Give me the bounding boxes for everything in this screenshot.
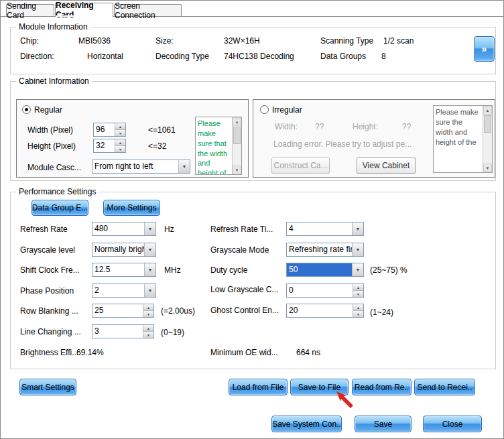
chevron-down-icon[interactable]: ▼ xyxy=(144,263,155,276)
scroll-thumb[interactable] xyxy=(233,127,241,144)
shift-clock-select[interactable]: 12.5 ▼ xyxy=(92,263,156,277)
chip-label: Chip: xyxy=(20,36,39,46)
tab-screen-connection[interactable]: Screen Connection xyxy=(114,4,182,16)
ghost-control-range: (1~24) xyxy=(370,308,393,317)
spin-down-icon[interactable]: ▼ xyxy=(143,310,153,317)
cabinet-information-title: Cabinet Information xyxy=(16,76,92,86)
close-label: Close xyxy=(442,420,463,429)
spin-down-icon[interactable]: ▼ xyxy=(353,290,363,297)
scroll-track[interactable] xyxy=(233,145,241,166)
more-settings-button[interactable]: More Settings xyxy=(103,200,160,216)
low-grayscale-input[interactable]: 0 ▲ ▼ xyxy=(286,284,364,298)
receiving-card-window: Sending Card Receiving Card Screen Conne… xyxy=(0,0,504,439)
height-limit-text: <=32 xyxy=(148,141,166,151)
scroll-track[interactable] xyxy=(483,133,492,164)
spin-up-icon[interactable]: ▲ xyxy=(143,325,153,331)
size-label: Size: xyxy=(155,36,174,46)
spin-up-icon[interactable]: ▲ xyxy=(115,139,125,145)
regular-note-scrollbar[interactable]: ▲ ▼ xyxy=(232,117,241,174)
spin-up-icon[interactable]: ▲ xyxy=(353,284,363,290)
data-groups-label: Data Groups xyxy=(320,52,366,61)
irregular-height-value: ?? xyxy=(402,122,411,131)
send-to-receiving-label: Send to Recei.. xyxy=(417,383,472,392)
regular-radio[interactable] xyxy=(22,105,31,114)
spinner-buttons[interactable]: ▲ ▼ xyxy=(353,284,363,297)
scroll-up-icon[interactable]: ▲ xyxy=(483,106,492,115)
smart-settings-button[interactable]: Smart Settings xyxy=(19,379,76,395)
refresh-times-select[interactable]: 4 ▼ xyxy=(286,222,364,236)
expand-module-details-button[interactable]: » xyxy=(474,36,495,62)
height-pixel-input[interactable]: 32 ▲ ▼ xyxy=(93,139,126,153)
save-system-config-button[interactable]: Save System Con.. xyxy=(271,416,342,432)
scroll-thumb[interactable] xyxy=(484,115,491,133)
chevron-down-icon[interactable]: ▼ xyxy=(352,263,363,276)
height-spinner-buttons[interactable]: ▲ ▼ xyxy=(115,139,125,152)
phase-position-value: 2 xyxy=(92,284,144,297)
refresh-rate-select[interactable]: 480 ▼ xyxy=(92,222,156,236)
tab-sending-card[interactable]: Sending Card xyxy=(6,4,54,16)
spin-down-icon[interactable]: ▼ xyxy=(143,331,153,338)
chevron-down-icon[interactable]: ▼ xyxy=(352,243,363,256)
spin-up-icon[interactable]: ▲ xyxy=(115,123,125,129)
phase-position-label: Phase Position xyxy=(20,286,74,296)
width-pixel-input[interactable]: 96 ▲ ▼ xyxy=(93,123,126,137)
phase-position-select[interactable]: 2 ▼ xyxy=(92,284,156,298)
duty-cycle-select[interactable]: 50 ▼ xyxy=(286,263,364,277)
spin-up-icon[interactable]: ▲ xyxy=(143,304,153,310)
construct-cabinet-button[interactable]: Construct Ca... xyxy=(271,158,330,174)
tab-receiving-card[interactable]: Receiving Card xyxy=(55,3,113,16)
irregular-radio[interactable] xyxy=(260,105,269,114)
chevron-down-icon[interactable]: ▼ xyxy=(178,160,190,173)
refresh-times-label: Refresh Rate Ti... xyxy=(210,225,273,234)
size-value: 32W×16H xyxy=(224,36,260,46)
shift-clock-value: 12.5 xyxy=(92,263,144,276)
chevron-down-icon[interactable]: ▼ xyxy=(144,243,155,256)
line-changing-input[interactable]: 3 ▲ ▼ xyxy=(92,324,154,338)
spinner-buttons[interactable]: ▲ ▼ xyxy=(143,304,153,317)
save-label: Save xyxy=(374,420,392,429)
grayscale-mode-select[interactable]: Refreshing rate firs ▼ xyxy=(286,243,364,257)
spinner-buttons[interactable]: ▲ ▼ xyxy=(143,325,153,338)
duty-cycle-value: 50 xyxy=(287,263,352,276)
grayscale-level-select[interactable]: Normally bright ▼ xyxy=(92,243,156,257)
regular-radio-label: Regular xyxy=(34,105,62,115)
width-limit-text: <=1061 xyxy=(148,125,176,135)
row-blanking-input[interactable]: 25 ▲ ▼ xyxy=(92,304,154,318)
duty-cycle-range: (25~75) % xyxy=(370,265,407,275)
chevron-down-icon[interactable]: ▼ xyxy=(352,223,363,235)
scroll-up-icon[interactable]: ▲ xyxy=(233,117,241,126)
spin-down-icon[interactable]: ▼ xyxy=(115,129,125,136)
line-changing-value: 3 xyxy=(92,325,143,338)
decoding-type-value: 74HC138 Decoding xyxy=(224,52,294,61)
spin-down-icon[interactable]: ▼ xyxy=(115,145,125,152)
regular-note-box: Please make sure that the width and heig… xyxy=(195,117,242,175)
ghost-control-input[interactable]: 20 ▲ ▼ xyxy=(286,304,364,318)
scroll-down-icon[interactable]: ▼ xyxy=(233,166,241,174)
scanning-type-label: Scanning Type xyxy=(320,36,373,46)
data-group-exchange-button[interactable]: Data Group E... xyxy=(32,200,88,216)
width-spinner-buttons[interactable]: ▲ ▼ xyxy=(115,123,125,136)
refresh-rate-unit: Hz xyxy=(164,225,174,234)
module-cascade-label: Module Casc... xyxy=(27,163,81,172)
irregular-width-value: ?? xyxy=(315,122,324,131)
close-button[interactable]: Close xyxy=(423,416,482,432)
scroll-down-icon[interactable]: ▼ xyxy=(483,164,492,172)
send-to-receiving-button[interactable]: Send to Recei.. xyxy=(414,379,475,395)
construct-cabinet-label: Construct Ca... xyxy=(273,161,327,170)
spin-down-icon[interactable]: ▼ xyxy=(353,310,363,317)
row-blanking-note: (=2.00us) xyxy=(161,306,195,316)
grayscale-level-value: Normally bright xyxy=(92,243,144,256)
view-cabinet-button[interactable]: View Cabinet xyxy=(357,158,416,174)
module-cascade-select[interactable]: From right to left ▼ xyxy=(92,160,190,174)
irregular-note-box: Please make sure the width and height of… xyxy=(433,105,493,173)
load-from-file-button[interactable]: Load from File xyxy=(229,379,288,395)
spin-up-icon[interactable]: ▲ xyxy=(353,304,363,310)
irregular-note-text: Please make sure the width and height of… xyxy=(434,106,483,172)
chevron-down-icon[interactable]: ▼ xyxy=(144,223,155,235)
chevron-down-icon[interactable]: ▼ xyxy=(144,284,155,297)
data-groups-value: 8 xyxy=(381,52,386,61)
irregular-note-scrollbar[interactable]: ▲ ▼ xyxy=(483,106,492,172)
read-from-receiving-button[interactable]: Read from Re.. xyxy=(352,379,412,395)
spinner-buttons[interactable]: ▲ ▼ xyxy=(353,304,363,317)
save-button[interactable]: Save xyxy=(355,416,412,432)
